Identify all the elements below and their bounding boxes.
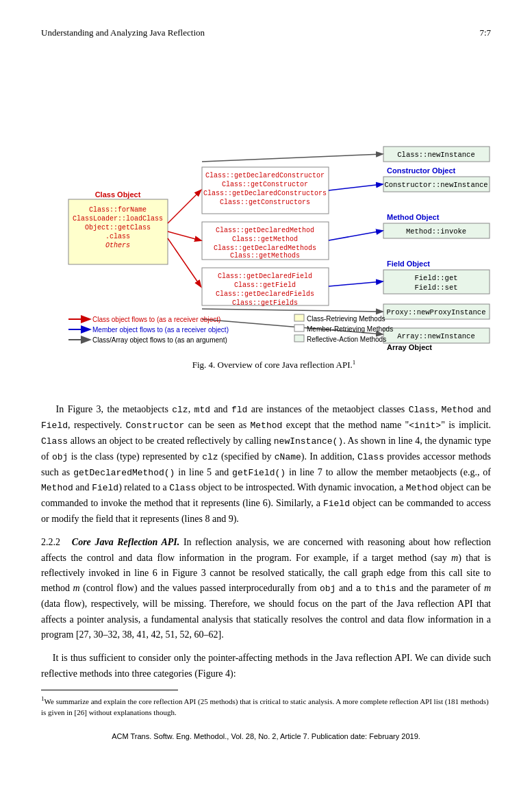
svg-text:Class::getDeclaredField: Class::getDeclaredField	[218, 273, 312, 280]
svg-text:Field::set: Field::set	[414, 284, 457, 292]
header-right: 7:7	[479, 27, 491, 38]
diagram-svg: Class::forName ClassLoader::loadClass Ob…	[48, 66, 507, 353]
paragraph1: In Figure 3, the metaobjects clz, mtd an…	[41, 402, 491, 527]
footnote-rule	[41, 690, 178, 690]
svg-line-39	[168, 231, 201, 240]
svg-line-43	[329, 281, 382, 286]
svg-text:Member object flows to (as a r: Member object flows to (as a receiver ob…	[92, 326, 229, 334]
svg-text:Member-Retrieving Methods: Member-Retrieving Methods	[307, 325, 393, 333]
figure-container: Class::forName ClassLoader::loadClass Ob…	[41, 59, 507, 388]
figure-caption: Fig. 4. Overview of core Java reflection…	[48, 359, 500, 371]
svg-text:Class::getMethods: Class::getMethods	[230, 252, 300, 260]
svg-text:Method::invoke: Method::invoke	[406, 227, 466, 236]
svg-text:Field Object: Field Object	[387, 260, 430, 268]
svg-line-41	[329, 184, 382, 190]
footer: ACM Trans. Softw. Eng. Methodol., Vol. 2…	[41, 732, 491, 740]
svg-rect-55	[294, 325, 304, 331]
svg-text:Class object flows to (as a re: Class object flows to (as a receiver obj…	[92, 316, 220, 323]
svg-text:Proxy::newProxyInstance: Proxy::newProxyInstance	[387, 308, 486, 316]
svg-text:Reflective-Action Methods: Reflective-Action Methods	[307, 336, 386, 343]
svg-text:Method Object: Method Object	[387, 213, 440, 221]
svg-line-42	[329, 231, 382, 240]
svg-text:Class::getDeclaredConstructors: Class::getDeclaredConstructors	[203, 190, 327, 197]
header-left: Understanding and Analyzing Java Reflect…	[41, 27, 205, 38]
svg-text:Class-Retrieving Methods: Class-Retrieving Methods	[307, 315, 385, 323]
svg-text:Class/Array object flows to (a: Class/Array object flows to (as an argum…	[92, 336, 227, 344]
svg-rect-57	[294, 335, 304, 342]
svg-text:Array Object: Array Object	[387, 343, 432, 351]
svg-text:Class::getField: Class::getField	[234, 281, 296, 289]
svg-text:Class::getFields: Class::getFields	[232, 299, 298, 307]
svg-text:ClassLoader::loadClass: ClassLoader::loadClass	[73, 215, 163, 223]
svg-text:Constructor Object: Constructor Object	[387, 166, 456, 175]
svg-rect-53	[294, 314, 304, 321]
svg-text:Class::getConstructor: Class::getConstructor	[222, 181, 308, 188]
svg-line-40	[168, 238, 201, 286]
paragraph-section: 2.2.2 Core Java Reflection API. In refle…	[41, 535, 491, 642]
svg-text:Class::getConstructors: Class::getConstructors	[220, 199, 310, 206]
page-header: Understanding and Analyzing Java Reflect…	[41, 27, 491, 38]
svg-text:Class::getMethod: Class::getMethod	[232, 236, 298, 243]
svg-text:Class::getDeclaredConstructor: Class::getDeclaredConstructor	[205, 172, 325, 179]
svg-text:Field::get: Field::get	[414, 274, 457, 282]
svg-text:Class::newInstance: Class::newInstance	[397, 151, 474, 159]
svg-text:Class::getDeclaredFields: Class::getDeclaredFields	[216, 290, 314, 298]
svg-line-38	[168, 190, 201, 223]
svg-text:Class::forName: Class::forName	[89, 206, 147, 214]
svg-text:Class::getDeclaredMethod: Class::getDeclaredMethod	[216, 227, 314, 234]
svg-line-45	[202, 309, 382, 312]
footnote: 1We summarize and explain the core refle…	[41, 694, 491, 718]
svg-text:Array::newInstance: Array::newInstance	[397, 332, 474, 340]
svg-text:Class::getDeclaredMethods: Class::getDeclaredMethods	[214, 245, 316, 252]
svg-text:Constructor::newInstance: Constructor::newInstance	[384, 181, 487, 189]
svg-text:.class: .class	[105, 233, 130, 240]
svg-line-44	[202, 154, 382, 162]
paragraph3: It is thus sufficient to consider only t…	[41, 651, 491, 681]
svg-text:Class Object: Class Object	[95, 190, 141, 199]
svg-text:Object::getClass: Object::getClass	[85, 224, 151, 231]
svg-text:Others: Others	[105, 242, 130, 249]
